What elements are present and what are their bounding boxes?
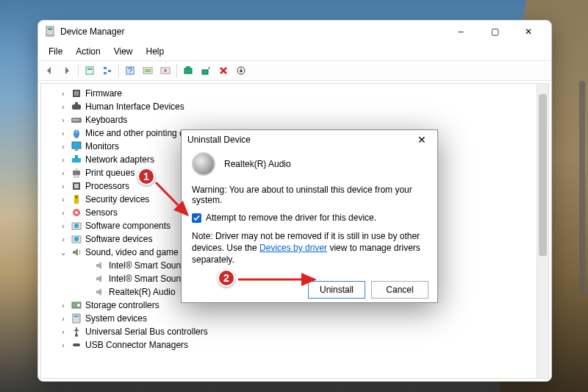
update-driver-icon[interactable]	[233, 63, 249, 79]
expander-icon[interactable]: ›	[59, 143, 68, 151]
dialog-close-button[interactable]: ✕	[412, 130, 431, 149]
add-legacy-icon[interactable]	[198, 63, 214, 79]
devices-by-driver-link[interactable]: Devices by driver	[259, 243, 327, 253]
expander-icon[interactable]: ›	[59, 169, 68, 177]
menu-file[interactable]: File	[43, 44, 68, 59]
tree-node[interactable]: ›Universal Serial Bus controllers	[43, 325, 547, 338]
expander-icon[interactable]: ›	[59, 90, 68, 98]
svg-rect-29	[75, 149, 78, 151]
expander-icon[interactable]: ⌄	[59, 249, 68, 257]
expander-icon[interactable]: ›	[59, 341, 68, 349]
speaker-icon	[192, 152, 215, 176]
tree-node[interactable]: ›Keyboards	[43, 113, 547, 126]
svg-rect-1	[48, 28, 52, 30]
tree-node-label: System devices	[85, 313, 147, 324]
tree-node-label: Software devices	[85, 234, 152, 244]
tree-node-label: Human Interface Devices	[85, 101, 184, 112]
hid-icon	[71, 101, 82, 113]
svg-rect-28	[72, 142, 81, 149]
tree-node-label: Software components	[85, 221, 171, 231]
scan-hardware-icon[interactable]	[180, 63, 196, 79]
svg-rect-47	[73, 314, 80, 323]
expander-icon[interactable]: ›	[59, 235, 68, 243]
svg-text:?: ?	[128, 67, 132, 75]
menu-view[interactable]: View	[108, 44, 139, 59]
cancel-button[interactable]: Cancel	[371, 281, 429, 299]
maximize-button[interactable]: ▢	[478, 21, 512, 43]
expander-icon[interactable]: ›	[59, 302, 68, 310]
expander-icon[interactable]: ›	[59, 196, 68, 204]
tree-node-label: Universal Serial Bus controllers	[85, 327, 208, 337]
window-title: Device Manager	[60, 26, 444, 37]
tree-icon[interactable]	[99, 63, 115, 79]
expander-icon[interactable]: ›	[59, 103, 68, 111]
menubar: File Action View Help	[38, 43, 551, 61]
tree-node[interactable]: ›USB Connector Managers	[43, 338, 547, 352]
svg-rect-11	[145, 69, 151, 72]
audio-icon	[71, 246, 82, 258]
svg-rect-15	[186, 66, 190, 68]
expander-icon[interactable]: ›	[59, 222, 68, 230]
svg-rect-31	[75, 155, 78, 158]
svg-rect-16	[202, 70, 208, 74]
close-button[interactable]: ✕	[512, 21, 545, 43]
properties-icon[interactable]	[82, 63, 98, 79]
minimize-button[interactable]: –	[444, 21, 478, 43]
page-scrollbar[interactable]	[579, 59, 585, 338]
speaker-icon	[94, 273, 106, 285]
arrow-2	[235, 272, 323, 287]
cpu-icon	[71, 180, 82, 192]
svg-point-42	[74, 224, 79, 228]
svg-point-49	[75, 334, 78, 337]
app-icon	[44, 26, 56, 38]
storage-icon	[71, 299, 82, 311]
network-icon	[71, 154, 82, 165]
svg-rect-20	[72, 104, 81, 110]
svg-point-40	[75, 211, 78, 214]
expander-icon[interactable]: ›	[59, 182, 68, 190]
sensor-icon	[71, 207, 82, 218]
svg-rect-7	[108, 70, 111, 72]
system-icon	[71, 313, 82, 324]
expander-icon[interactable]: ›	[59, 328, 68, 336]
svg-rect-21	[75, 102, 78, 104]
show-hidden-icon[interactable]	[140, 63, 156, 79]
usb-icon	[71, 326, 82, 338]
dialog-titlebar: Uninstall Device ✕	[182, 130, 437, 149]
menu-help[interactable]: Help	[140, 44, 171, 59]
scrollbar[interactable]	[537, 84, 548, 378]
tree-node-label: Network adapters	[85, 154, 154, 165]
svg-rect-3	[86, 67, 93, 74]
svg-rect-48	[74, 316, 79, 317]
tree-node-label: Sensors	[85, 207, 118, 218]
devices-by-type-icon[interactable]	[157, 63, 173, 79]
arrow-1	[152, 177, 196, 221]
tree-node-label: Firmware	[85, 88, 122, 99]
svg-rect-32	[73, 171, 80, 175]
tree-node[interactable]: ›Human Interface Devices	[43, 100, 547, 113]
svg-rect-2	[46, 35, 54, 37]
speaker-icon	[94, 260, 106, 271]
forward-icon[interactable]	[59, 63, 75, 79]
speaker-icon	[94, 286, 106, 298]
back-icon[interactable]	[41, 63, 57, 79]
tree-node[interactable]: ›Firmware	[43, 87, 547, 100]
svg-rect-36	[74, 184, 79, 188]
tree-node[interactable]: ›System devices	[43, 312, 547, 325]
expander-icon[interactable]: ›	[59, 116, 68, 124]
expander-icon[interactable]: ›	[59, 156, 68, 164]
menu-action[interactable]: Action	[70, 44, 106, 59]
device-name: Realtek(R) Audio	[224, 159, 291, 169]
expander-icon[interactable]: ›	[59, 129, 68, 138]
titlebar: Device Manager – ▢ ✕	[38, 21, 551, 43]
chip-icon	[71, 88, 82, 99]
tree-node-label: Processors	[85, 181, 129, 191]
help-icon[interactable]: ?	[122, 63, 138, 79]
expander-icon[interactable]: ›	[59, 209, 68, 217]
expander-icon[interactable]: ›	[59, 315, 68, 323]
tree-node-label: Storage controllers	[85, 300, 159, 310]
delete-icon[interactable]	[215, 63, 232, 79]
tree-node-label: Print queues	[85, 168, 135, 178]
svg-rect-19	[74, 91, 79, 96]
warning-text: Warning: You are about to uninstall this…	[192, 185, 427, 205]
